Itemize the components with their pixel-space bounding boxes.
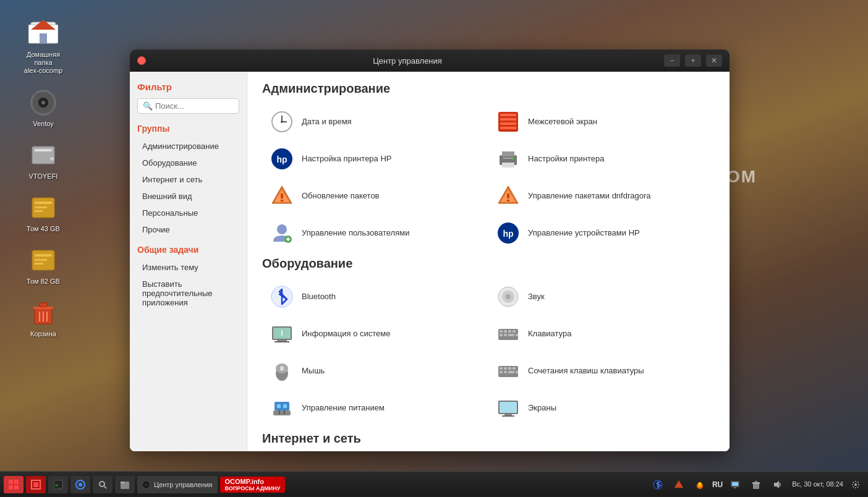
svg-point-76 bbox=[280, 366, 284, 371]
user-mgmt-icon bbox=[270, 221, 294, 245]
svg-line-115 bbox=[104, 486, 106, 488]
desktop-icon-vtoyefi-label: VTOYEFI bbox=[29, 172, 58, 181]
pkg-update-label: Обновление пакетов bbox=[302, 191, 380, 202]
taskbar-start-button[interactable] bbox=[4, 476, 23, 493]
svg-text:hp: hp bbox=[503, 229, 513, 239]
svg-text:i: i bbox=[281, 329, 283, 338]
datetime-label: Дата и время bbox=[302, 117, 352, 127]
sidebar-item-admin[interactable]: Администрирование bbox=[137, 138, 239, 154]
desktop-icon-home-label: Домашняя папка alex-cocomp bbox=[19, 51, 68, 75]
taskbar-fire-icon[interactable] bbox=[691, 476, 708, 493]
section-internet-title: Интернет и сеть bbox=[262, 431, 715, 446]
desktop-icon-trash[interactable]: Корзина bbox=[19, 298, 68, 338]
printer-settings-label: Настройки принтера bbox=[528, 154, 605, 164]
svg-rect-43 bbox=[281, 193, 283, 198]
svg-point-28 bbox=[281, 121, 283, 123]
pkg-manage-label: Управление пакетами dnfdragora bbox=[528, 191, 651, 202]
svg-rect-87 bbox=[277, 404, 281, 408]
desktop-icons: Домашняя папка alex-cocomp Ventoy bbox=[19, 19, 68, 339]
taskbar-active-app[interactable]: ⚙ Центр управления bbox=[137, 476, 218, 493]
svg-point-49 bbox=[277, 224, 287, 234]
sidebar-task-theme[interactable]: Изменить тему bbox=[137, 260, 239, 275]
window-close-x-button[interactable]: ✕ bbox=[706, 54, 722, 67]
window-close-button[interactable] bbox=[137, 56, 146, 65]
sidebar-item-hardware[interactable]: Оборудование bbox=[137, 155, 239, 171]
svg-rect-17 bbox=[35, 259, 47, 261]
svg-point-58 bbox=[506, 294, 511, 299]
item-bluetooth[interactable]: Bluetooth bbox=[262, 278, 488, 315]
taskbar-volume-icon[interactable] bbox=[768, 476, 786, 493]
power-icon bbox=[270, 396, 294, 420]
item-displays[interactable]: Экраны bbox=[488, 389, 715, 427]
vol82-icon bbox=[28, 245, 58, 275]
desktop-icon-vol43[interactable]: Том 43 GB bbox=[19, 193, 68, 233]
svg-rect-86 bbox=[274, 402, 289, 410]
window-title: Центр управления bbox=[151, 56, 664, 66]
svg-rect-14 bbox=[35, 210, 43, 212]
item-power[interactable]: Управление питанием bbox=[262, 389, 488, 427]
item-pkg-update[interactable]: Обновление пакетов bbox=[262, 177, 488, 215]
taskbar-trash-icon[interactable] bbox=[747, 476, 765, 493]
item-hp-device[interactable]: hp Управление устройствами HP bbox=[488, 215, 715, 252]
svg-rect-72 bbox=[516, 334, 518, 336]
item-printer-settings[interactable]: Настройки принтера bbox=[488, 140, 715, 177]
hp-printer-setup-label: Настройка принтера HP bbox=[302, 154, 392, 164]
item-mouse[interactable]: Мышь bbox=[262, 352, 488, 389]
item-keyboard-shortcuts[interactable]: Сочетания клавиш клавиатуры bbox=[488, 352, 715, 389]
keyboard-icon bbox=[496, 321, 521, 346]
svg-rect-21 bbox=[40, 303, 47, 307]
groups-title: Группы bbox=[137, 124, 239, 134]
mouse-label: Мышь bbox=[302, 366, 325, 376]
desktop: ОС МУРОМ Домашняя папка alex-cocomp bbox=[0, 0, 868, 497]
displays-icon bbox=[496, 396, 521, 420]
svg-rect-78 bbox=[500, 367, 503, 370]
item-sysinfo[interactable]: i Информация о системе bbox=[262, 315, 488, 352]
desktop-icon-vtoyefi[interactable]: VTOYEFI bbox=[19, 140, 68, 181]
svg-point-10 bbox=[49, 156, 54, 161]
svg-rect-9 bbox=[35, 149, 52, 151]
item-datetime[interactable]: Дата и время bbox=[262, 103, 488, 140]
home-icon bbox=[28, 19, 58, 48]
desktop-icon-ventoy[interactable]: Ventoy bbox=[19, 88, 68, 128]
search-input[interactable] bbox=[155, 101, 234, 111]
svg-rect-95 bbox=[502, 415, 514, 417]
desktop-icon-vol82[interactable]: Том 82 GB bbox=[19, 245, 68, 286]
taskbar-ocomp-banner[interactable]: OCOMP.info ВОПРОСЫ АДМИНУ bbox=[220, 477, 286, 493]
sysinfo-label: Информация о системе bbox=[302, 329, 391, 339]
sidebar-item-internet[interactable]: Интернет и сеть bbox=[137, 172, 239, 187]
taskbar-browser-button[interactable] bbox=[70, 476, 90, 493]
search-box[interactable]: 🔍 bbox=[137, 98, 239, 114]
svg-rect-30 bbox=[500, 114, 516, 116]
taskbar-search-button[interactable] bbox=[93, 476, 113, 493]
taskbar-pkg-icon[interactable] bbox=[670, 476, 687, 493]
sidebar-item-appearance[interactable]: Внешний вид bbox=[137, 189, 239, 204]
taskbar-bluetooth-icon[interactable] bbox=[649, 476, 666, 493]
taskbar-apps-button[interactable] bbox=[26, 476, 46, 493]
control-center-window: Центр управления − + ✕ Фильтр 🔍 Группы А… bbox=[130, 49, 730, 451]
svg-rect-83 bbox=[504, 371, 507, 373]
sound-label: Звук bbox=[528, 292, 545, 302]
item-sound[interactable]: Звук bbox=[488, 278, 715, 315]
hp-printer-setup-icon: hp bbox=[270, 147, 294, 171]
item-keyboard[interactable]: Клавиатура bbox=[488, 315, 715, 352]
item-pkg-manage[interactable]: Управление пакетами dnfdragora bbox=[488, 177, 715, 215]
taskbar-terminal-button[interactable]: >_ bbox=[48, 476, 68, 493]
window-minimize-button[interactable]: − bbox=[664, 54, 680, 67]
taskbar-settings-icon[interactable] bbox=[847, 476, 864, 493]
svg-rect-70 bbox=[504, 334, 507, 336]
taskbar-display-icon[interactable] bbox=[726, 476, 744, 493]
taskbar-app-icon: ⚙ bbox=[142, 480, 150, 490]
taskbar-language[interactable]: RU bbox=[712, 480, 723, 489]
svg-text:>_: >_ bbox=[55, 482, 62, 488]
sidebar-item-other[interactable]: Прочие bbox=[137, 222, 239, 237]
sidebar-item-personal[interactable]: Персональные bbox=[137, 205, 239, 221]
item-firewall[interactable]: Межсетевой экран bbox=[488, 103, 715, 140]
firewall-label: Межсетевой экран bbox=[528, 117, 597, 127]
item-hp-printer-setup[interactable]: hp Настройка принтера HP bbox=[262, 140, 488, 177]
sidebar-task-preferred-apps[interactable]: Выставить предпочтительные приложения bbox=[137, 276, 239, 310]
window-maximize-button[interactable]: + bbox=[685, 54, 701, 67]
datetime-icon bbox=[270, 109, 294, 134]
desktop-icon-home[interactable]: Домашняя папка alex-cocomp bbox=[19, 19, 68, 75]
taskbar-files-button[interactable] bbox=[115, 476, 135, 493]
item-user-mgmt[interactable]: Управление пользователями bbox=[262, 215, 488, 252]
